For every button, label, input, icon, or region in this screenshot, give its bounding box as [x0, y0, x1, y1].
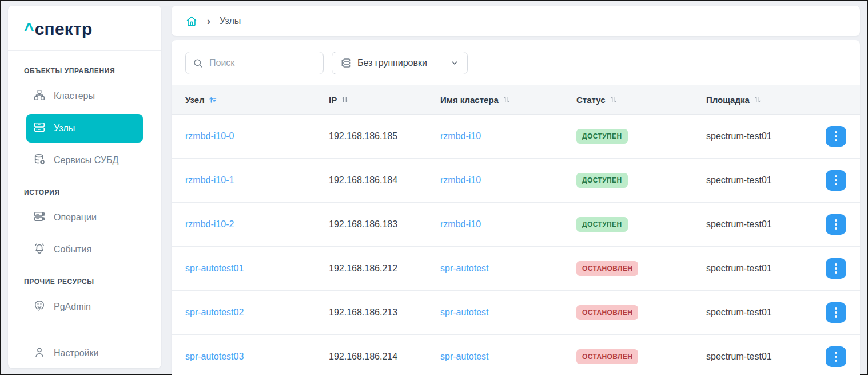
sort-both-icon: [341, 96, 349, 104]
sidebar-item-label: Настройки: [54, 348, 98, 358]
sidebar-item-label: Сервисы СУБД: [54, 155, 118, 165]
search-box: [185, 52, 324, 74]
row-actions-kebab-button[interactable]: [826, 346, 846, 367]
sidebar-item-clusters[interactable]: Кластеры: [26, 82, 143, 110]
node-link[interactable]: rzmbd-i10-1: [185, 175, 234, 185]
nav-section-history: ИСТОРИЯ: [8, 184, 161, 202]
sidebar-item-nodes[interactable]: Узлы: [26, 114, 143, 143]
sidebar-item-label: Узлы: [54, 123, 75, 133]
row-actions-kebab-button[interactable]: [826, 302, 846, 323]
row-actions-kebab-button[interactable]: [826, 258, 846, 279]
operations-icon: [33, 210, 46, 225]
pgadmin-elephant-icon: [33, 299, 46, 314]
sort-both-icon: [754, 96, 762, 104]
column-label: Узел: [185, 95, 205, 105]
column-header-status[interactable]: Статус: [576, 95, 706, 105]
breadcrumb-current-page: Узлы: [220, 16, 241, 26]
ip-value: 192.168.186.213: [329, 307, 397, 317]
site-value: spectrum-test01: [706, 307, 772, 317]
cluster-link[interactable]: rzmbd-i10: [440, 219, 481, 229]
logo-caret-icon: ^: [24, 19, 34, 38]
sidebar-item-pgadmin[interactable]: PgAdmin: [26, 293, 143, 321]
grouping-selected-value: Без группировки: [357, 58, 444, 68]
table-row: rzmbd-i10-0 192.168.186.185 rzmbd-i10 ДО…: [172, 115, 860, 159]
column-label: IP: [329, 95, 337, 105]
row-actions-kebab-button[interactable]: [826, 126, 846, 147]
logo-text: спектр: [35, 19, 93, 38]
column-label: Статус: [576, 95, 606, 105]
ip-value: 192.168.186.212: [329, 263, 397, 273]
status-badge: ОСТАНОВЛЕН: [576, 349, 638, 364]
sidebar-item-settings[interactable]: Настройки: [26, 339, 143, 368]
site-value: spectrum-test01: [706, 175, 772, 185]
cluster-link[interactable]: spr-autotest: [440, 352, 488, 361]
sidebar-item-label: Кластеры: [54, 91, 95, 101]
ip-value: 192.168.186.184: [329, 175, 397, 185]
status-badge: ОСТАНОВЛЕН: [576, 305, 638, 320]
chevron-down-icon: [450, 58, 459, 68]
nav-section-management: ОБЪЕКТЫ УПРАВЛЕНИЯ: [8, 62, 161, 81]
ip-value: 192.168.186.214: [329, 352, 397, 361]
home-icon[interactable]: [185, 15, 198, 27]
sidebar-item-label: События: [54, 244, 91, 255]
table-row: spr-autotest01 192.168.186.212 spr-autot…: [172, 247, 860, 291]
cluster-link[interactable]: spr-autotest: [440, 263, 488, 273]
node-link[interactable]: rzmbd-i10-0: [185, 131, 234, 141]
row-actions-kebab-button[interactable]: [826, 214, 846, 235]
column-header-node[interactable]: Узел: [185, 95, 329, 105]
search-input[interactable]: [209, 58, 316, 68]
status-badge: ДОСТУПЕН: [576, 173, 628, 188]
app-logo[interactable]: ^спектр: [8, 6, 161, 51]
table-row: rzmbd-i10-2 192.168.186.183 rzmbd-i10 ДО…: [172, 203, 860, 247]
column-header-cluster[interactable]: Имя кластера: [440, 95, 576, 105]
sort-both-icon: [610, 96, 618, 104]
grouping-dropdown[interactable]: Без группировки: [332, 52, 468, 74]
sidebar-item-label: Операции: [54, 212, 97, 223]
ip-value: 192.168.186.185: [329, 131, 397, 141]
node-link[interactable]: rzmbd-i10-2: [185, 219, 234, 229]
sidebar-item-events[interactable]: События: [26, 235, 143, 264]
events-bell-icon: [33, 242, 46, 257]
node-link[interactable]: spr-autotest02: [185, 307, 244, 317]
table-header-row: Узел IP Имя кластера Ст: [172, 85, 860, 115]
grouping-layers-icon: [340, 57, 352, 69]
node-link[interactable]: spr-autotest03: [185, 352, 244, 361]
column-header-site[interactable]: Площадка: [706, 95, 825, 105]
table-row: spr-autotest03 192.168.186.214 spr-autot…: [172, 335, 860, 375]
cluster-link[interactable]: rzmbd-i10: [440, 131, 481, 141]
table-row: spr-autotest02 192.168.186.213 spr-autot…: [172, 291, 860, 335]
breadcrumb: › Узлы: [172, 6, 860, 36]
sort-both-icon: [503, 96, 511, 104]
table-row: rzmbd-i10-1 192.168.186.184 rzmbd-i10 ДО…: [172, 159, 860, 203]
sidebar: ^спектр ОБЪЕКТЫ УПРАВЛЕНИЯ Кластеры Узлы: [8, 6, 161, 368]
sidebar-item-operations[interactable]: Операции: [26, 203, 143, 232]
sidebar-footer: Настройки: [8, 325, 161, 375]
dbms-services-icon: [33, 153, 46, 168]
sidebar-item-dbms-services[interactable]: Сервисы СУБД: [26, 146, 143, 175]
nav-section-other-resources: ПРОЧИЕ РЕСУРСЫ: [8, 273, 161, 291]
table-body: rzmbd-i10-0 192.168.186.185 rzmbd-i10 ДО…: [172, 115, 860, 375]
cluster-link[interactable]: rzmbd-i10: [440, 175, 481, 185]
chevron-right-icon: ›: [207, 16, 210, 26]
node-link[interactable]: spr-autotest01: [185, 263, 244, 273]
ip-value: 192.168.186.183: [329, 219, 397, 229]
column-label: Площадка: [706, 95, 750, 105]
search-icon: [193, 58, 204, 69]
status-badge: ДОСТУПЕН: [576, 217, 628, 232]
site-value: spectrum-test01: [706, 263, 772, 273]
site-value: spectrum-test01: [706, 131, 772, 141]
sort-ascending-icon: [209, 96, 217, 104]
site-value: spectrum-test01: [706, 352, 772, 361]
clusters-icon: [33, 89, 46, 104]
column-header-ip[interactable]: IP: [329, 95, 440, 105]
sidebar-nav: ОБЪЕКТЫ УПРАВЛЕНИЯ Кластеры Узлы: [8, 51, 161, 325]
cluster-link[interactable]: spr-autotest: [440, 307, 488, 317]
nodes-panel: Без группировки Узел IP: [172, 40, 860, 375]
site-value: spectrum-test01: [706, 219, 772, 229]
status-badge: ДОСТУПЕН: [576, 129, 628, 144]
sidebar-item-label: PgAdmin: [54, 302, 91, 312]
user-icon: [33, 346, 46, 361]
row-actions-kebab-button[interactable]: [826, 170, 846, 191]
column-label: Имя кластера: [440, 95, 499, 105]
status-badge: ОСТАНОВЛЕН: [576, 261, 638, 276]
